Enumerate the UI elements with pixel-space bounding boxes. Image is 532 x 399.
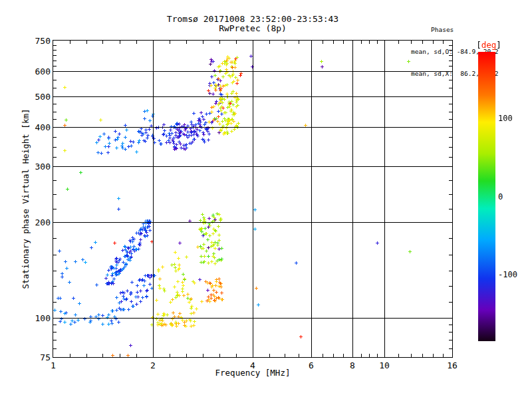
y-minor-tick — [53, 112, 57, 112]
y-minor-tick — [449, 302, 452, 303]
y-major-tick — [446, 127, 452, 128]
y-minor-tick — [449, 286, 452, 287]
x-gridline — [253, 41, 253, 357]
y-minor-tick — [53, 209, 57, 209]
y-major-tick — [53, 96, 59, 97]
y-minor-tick — [53, 147, 57, 148]
y-minor-tick — [449, 112, 452, 112]
y-major-tick — [446, 71, 452, 72]
x-major-tick — [352, 41, 353, 47]
y-major-tick — [53, 318, 59, 319]
y-minor-tick — [449, 348, 452, 349]
x-minor-tick — [186, 41, 187, 44]
y-minor-tick — [449, 61, 452, 61]
ionogram-figure: Tromsø 20171008 23:52:00-23:53:43 RwPret… — [0, 0, 532, 399]
x-minor-tick — [333, 354, 334, 357]
x-minor-tick — [70, 354, 70, 357]
y-minor-tick — [53, 325, 57, 325]
x-minor-tick — [269, 41, 270, 44]
x-minor-tick — [285, 354, 285, 357]
y-minor-tick — [449, 45, 452, 46]
plot-title: Tromsø 20171008 23:52:00-23:53:43 — [53, 15, 452, 24]
y-minor-tick — [53, 157, 57, 158]
y-minor-tick — [449, 194, 452, 195]
x-minor-tick — [377, 354, 378, 357]
y-minor-tick — [449, 137, 452, 138]
y-minor-tick — [53, 340, 57, 340]
x-minor-tick — [219, 41, 220, 44]
y-minor-tick — [449, 147, 452, 148]
y-minor-tick — [449, 66, 452, 66]
y-major-tick — [446, 222, 452, 223]
x-minor-tick — [343, 354, 344, 357]
x-tick-label: 4 — [239, 361, 266, 370]
x-minor-tick — [136, 41, 137, 44]
y-minor-tick — [449, 325, 452, 325]
x-minor-tick — [411, 354, 412, 357]
y-minor-tick — [53, 302, 57, 303]
x-major-tick — [311, 351, 312, 357]
y-minor-tick — [53, 238, 57, 239]
y-minor-tick — [449, 340, 452, 340]
y-minor-tick — [53, 180, 57, 181]
y-tick-label: 100 — [25, 314, 51, 323]
y-minor-tick — [53, 194, 57, 195]
x-minor-tick — [269, 354, 270, 357]
x-minor-tick — [70, 41, 70, 44]
x-major-tick — [253, 41, 253, 47]
x-major-tick — [384, 351, 385, 357]
phase-stats-header: Phases — [431, 26, 499, 33]
y-tick-label: 400 — [25, 123, 51, 132]
x-tick-label: 16 — [439, 361, 466, 370]
y-gridline — [53, 71, 452, 72]
x-minor-tick — [398, 41, 399, 44]
y-minor-tick — [449, 50, 452, 51]
x-minor-tick — [86, 354, 87, 357]
x-minor-tick — [361, 41, 362, 44]
x-minor-tick — [433, 41, 434, 44]
x-minor-tick — [422, 354, 423, 357]
y-gridline — [53, 96, 452, 97]
x-minor-tick — [170, 41, 170, 44]
y-minor-tick — [53, 255, 57, 255]
x-gridline — [384, 41, 385, 357]
y-minor-tick — [53, 80, 57, 80]
colorbar — [478, 52, 495, 341]
y-minor-tick — [53, 104, 57, 104]
x-minor-tick — [422, 41, 423, 44]
x-gridline — [311, 41, 312, 357]
x-minor-tick — [285, 41, 285, 44]
y-major-tick — [446, 166, 452, 167]
y-minor-tick — [449, 332, 452, 332]
x-minor-tick — [333, 41, 334, 44]
y-minor-tick — [53, 286, 57, 287]
y-axis-title: Stationary phase Virtual Height [km] — [21, 109, 31, 289]
x-minor-tick — [433, 354, 434, 357]
colorbar-tick-label: 100 — [498, 114, 529, 122]
x-minor-tick — [377, 41, 378, 44]
x-gridline — [153, 41, 154, 357]
x-tick-label: 1 — [40, 361, 66, 370]
y-minor-tick — [53, 332, 57, 332]
y-major-tick — [53, 71, 59, 72]
x-minor-tick — [398, 354, 399, 357]
x-minor-tick — [361, 354, 362, 357]
y-major-tick — [53, 166, 59, 167]
y-gridline — [53, 318, 452, 319]
x-minor-tick — [299, 354, 299, 357]
y-tick-label: 300 — [25, 162, 51, 171]
y-minor-tick — [449, 271, 452, 271]
x-minor-tick — [203, 354, 203, 357]
y-minor-tick — [53, 66, 57, 66]
x-minor-tick — [369, 41, 370, 44]
y-major-tick — [446, 318, 452, 319]
y-minor-tick — [53, 55, 57, 56]
x-tick-label: 6 — [298, 361, 325, 370]
x-minor-tick — [102, 41, 103, 44]
x-major-tick — [253, 351, 253, 357]
y-tick-label: 750 — [25, 37, 51, 45]
x-minor-tick — [236, 41, 237, 44]
x-tick-label: 8 — [339, 361, 366, 370]
x-major-tick — [153, 41, 154, 47]
y-minor-tick — [53, 137, 57, 138]
